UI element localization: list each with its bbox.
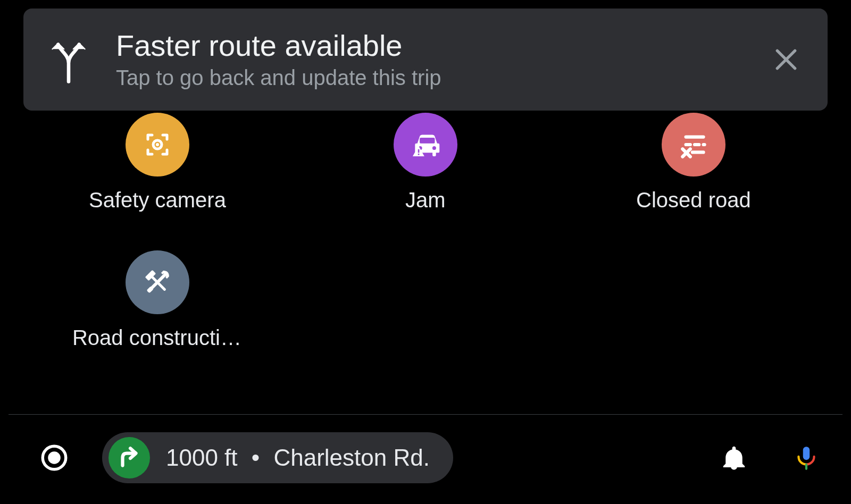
navigation-step-pill[interactable]: 1000 ft • Charleston Rd. (102, 432, 453, 483)
report-item-jam[interactable]: Jam (291, 106, 560, 244)
turn-right-icon (109, 437, 150, 478)
nav-distance: 1000 ft (166, 444, 238, 471)
nav-separator: • (252, 444, 260, 471)
report-grid: Safety camera Jam (23, 106, 828, 382)
closed-road-icon (662, 113, 725, 177)
report-label: Closed road (636, 188, 751, 212)
safety-camera-icon (126, 113, 189, 177)
report-label: Road construction (72, 326, 243, 350)
svg-rect-4 (420, 138, 435, 144)
report-item-safety-camera[interactable]: Safety camera (23, 106, 291, 244)
banner-title: Faster route available (116, 29, 770, 62)
jam-icon (394, 113, 457, 177)
report-label: Safety camera (89, 188, 226, 212)
route-split-icon (45, 30, 93, 89)
construction-icon (126, 250, 189, 314)
report-label: Jam (405, 188, 446, 212)
svg-rect-7 (418, 149, 420, 153)
banner-text: Faster route available Tap to go back an… (116, 29, 770, 90)
app-root: Faster route available Tap to go back an… (0, 0, 851, 504)
nav-road: Charleston Rd. (273, 444, 429, 471)
banner-subtitle: Tap to go back and update this trip (116, 66, 770, 90)
close-icon[interactable] (770, 44, 802, 75)
svg-rect-8 (418, 154, 420, 155)
report-item-road-construction[interactable]: Road construction (23, 244, 291, 382)
svg-point-3 (156, 143, 159, 146)
report-item-closed-road[interactable]: Closed road (560, 106, 828, 244)
navigation-step-text: 1000 ft • Charleston Rd. (166, 444, 430, 471)
bottom-bar: 1000 ft • Charleston Rd. (23, 429, 828, 487)
microphone-icon[interactable] (785, 443, 828, 473)
recenter-button[interactable] (36, 440, 72, 476)
svg-point-6 (432, 146, 436, 150)
svg-point-21 (48, 451, 61, 464)
divider (9, 414, 842, 415)
faster-route-banner[interactable]: Faster route available Tap to go back an… (23, 9, 828, 111)
svg-rect-22 (803, 447, 810, 460)
notifications-icon[interactable] (713, 443, 755, 472)
